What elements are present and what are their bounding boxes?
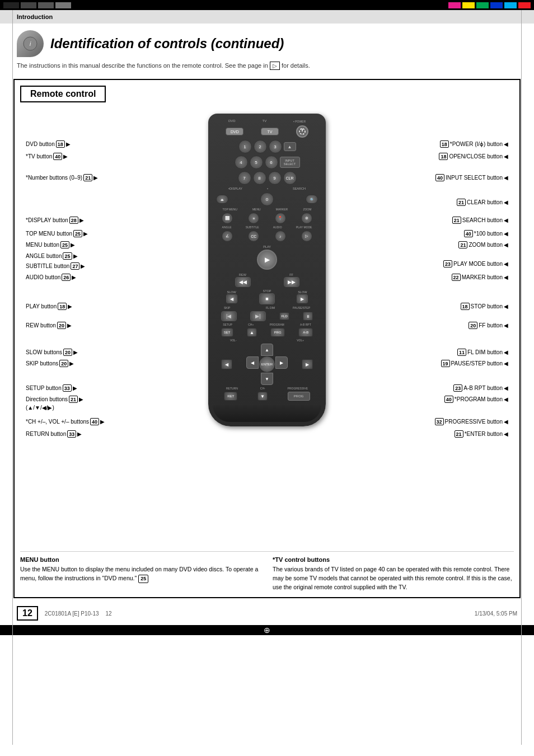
subtitle-line: The instructions in this manual describe… [0,62,534,76]
num-4-button[interactable]: 4 [235,156,248,169]
enter-button[interactable]: ENTER [259,356,275,372]
num-7-button[interactable]: 7 [238,171,251,185]
label-top-menu-button: TOP MENU button 25 ▶ [26,230,88,237]
tv-button[interactable]: TV [261,128,279,135]
num-2-button[interactable]: 2 [254,140,267,153]
rew-button[interactable]: ◀◀ [235,277,251,287]
fl-dim-label-text: FL DIM [266,306,275,309]
slow-left-label: SLOW [227,290,236,294]
play-button[interactable]: ▶ [257,250,277,270]
slow-right-group: SLOW ▶ [297,290,308,303]
zoom-button[interactable]: ⊕ [301,213,312,224]
eject-button[interactable]: ▲ [284,142,296,151]
setup-btns-row: SET ▲ PRG A-B [213,327,321,338]
label-audio-button: AUDIO button 26 ▶ [26,274,76,281]
display-button[interactable]: ⏏ [216,195,228,204]
vol-labels-row: VOL- VOL+ [213,338,321,342]
program-button[interactable]: PRG [270,328,285,337]
label-program-button: ◀ *PROGRAM button 40 [444,396,508,403]
audio-label-text: AUDIO [273,226,282,229]
angle-labels-row: ANGLE SUBTITLE AUDIO PLAY MODE [213,225,321,229]
label-direction-symbols: (▲/▼/◀/▶) [26,405,54,411]
num-6-button[interactable]: 6 [265,156,278,169]
rew-group: REW ◀◀ [235,273,251,287]
label-subtitle-button: SUBTITLE button 27 ▶ [26,262,85,270]
pause-step-button[interactable]: ⏸ [303,312,313,321]
ch-label-text: CH+ [248,323,254,326]
page-ref-box: ▷ [270,62,280,70]
display-label-text: •DISPLAY [228,187,242,190]
label-pause-step-button: ◀ PAUSE/STEP button 19 [441,360,508,367]
num-8-button[interactable]: 8 [253,171,266,185]
ch-down-button[interactable]: ▼ [257,392,268,401]
remote-bottom [213,405,321,422]
angle-btns-row: ∠ CC ♪ ▷ [213,229,321,243]
fl-dim-button[interactable]: FLD [279,312,289,320]
skip-labels-row: SKIP FL DIM PAUSE/STEP [213,306,321,310]
stop-label-text: STOP [263,289,271,293]
subtitle-button[interactable]: CC [248,231,259,242]
dvd-label-area: DVD [228,119,236,123]
stop-group: STOP ■ [259,289,275,304]
subtitle-text: The instructions in this manual describe… [17,62,268,69]
remote-top-labels: DVD TV • POWER [213,118,321,124]
progressive-button[interactable]: PROG [288,392,310,401]
skip-left-button[interactable]: |◀ [221,311,237,321]
slow-left-button[interactable]: ◀ [226,294,237,303]
label-skip-buttons: SKIP buttons 20 ▶ [26,360,74,367]
return-btns-row: RET ▼ PROG [213,391,321,402]
main-content-box: Remote control DVD button 18 ▶ *TV butto… [13,79,521,598]
clear-button[interactable]: CLR [283,171,297,185]
title-decoration-icon: i [22,35,39,52]
top-menu-button[interactable]: ⬜ [222,213,233,224]
vol-minus-button[interactable]: ◀ [221,359,232,369]
ab-rpt-label-text: A-B RPT [300,323,311,326]
label-ab-rpt-button: ◀ A-B RPT button 23 [453,384,508,392]
num-0-button[interactable]: 0 [260,192,274,206]
label-search-button: ◀ SEARCH button 21 [452,217,508,224]
slow-right-button[interactable]: ▶ [297,294,308,303]
ch-minus-label: CH- [260,387,265,390]
ch-up-button[interactable]: ▲ [247,328,257,337]
left-margin-line [12,10,13,745]
up-button[interactable]: ▲ [261,344,273,356]
num-9-button[interactable]: 9 [268,171,282,185]
dvd-button[interactable]: DVD [226,128,243,135]
audio-button[interactable]: ♪ [275,231,286,242]
vol-plus-button[interactable]: ▶ [302,359,313,369]
ff-button[interactable]: ▶▶ [284,277,299,287]
label-power-button: ◀ *POWER (I/ϕ) button 18 [440,140,508,148]
angle-button[interactable]: ∠ [222,231,233,242]
ff-group: FF ▶▶ [284,273,299,287]
num-1-button[interactable]: 1 [238,140,252,153]
input-select-button[interactable]: INPUT SELECT [280,157,300,168]
ab-rpt-button[interactable]: A-B [298,328,313,337]
stop-button[interactable]: ■ [259,293,275,304]
search-button[interactable]: 🔍 [306,195,318,204]
setup-labels-row: SETUP CH+ PROGRAM A-B RPT [213,322,321,327]
label-angle-button: ANGLE button 25 ▶ [26,252,78,260]
right-button[interactable]: ▶ [275,356,288,369]
down-button[interactable]: ▼ [261,373,273,385]
menu-labels-row: TOP MENU MENU MARKER ZOOM [213,207,321,212]
return-button[interactable]: RET [224,392,237,401]
setup-button[interactable]: SET [221,328,233,337]
label-fl-dim-button: ◀ FL DIM button 11 [457,349,508,356]
num-3-button[interactable]: 3 [269,140,282,153]
left-button[interactable]: ◀ [246,356,259,369]
subtitle-label-text: SUBTITLE [246,226,259,229]
program-label-text: PROGRAM [270,323,284,326]
play-mode-button[interactable]: ▷ [301,231,312,242]
top-color-bar: ⊕ [0,0,534,10]
power-button[interactable] [296,125,308,138]
label-tv-button: *TV button 40 ▶ [26,153,68,160]
num-5-button[interactable]: 5 [250,156,263,169]
skip-right-button[interactable]: ▶| [250,311,266,321]
menu-button[interactable]: ≡ [248,213,259,224]
page-ref-footer: 12 [106,611,112,617]
search-label-text: SEARCH [293,187,306,190]
bar-segment-4 [55,2,71,8]
marker-button[interactable]: 📍 [275,213,286,224]
bar-cyan [504,2,517,8]
bottom-crosshair-icon: ⊕ [264,626,270,635]
